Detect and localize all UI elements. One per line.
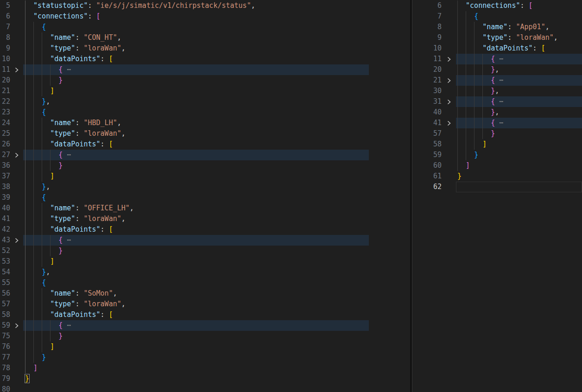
line-content[interactable]: "dataPoints": [ (456, 43, 582, 54)
code-line[interactable]: 11{ ⋯ (412, 54, 582, 64)
code-line[interactable]: 59} (412, 150, 582, 160)
line-content[interactable]: { ⋯ (23, 320, 410, 331)
code-line[interactable]: 21{ ⋯ (412, 75, 582, 86)
line-content[interactable]: "type": "loraWan", (456, 32, 582, 43)
line-content[interactable]: { (456, 11, 582, 22)
code-line[interactable]: 21] (0, 86, 410, 96)
line-content[interactable] (456, 182, 582, 192)
line-content[interactable]: "type": "loraWan", (23, 214, 410, 224)
line-content[interactable]: "type": "loraWan", (23, 43, 410, 54)
fold-chevron-icon[interactable] (445, 77, 453, 84)
code-line[interactable]: 10"dataPoints": [ (412, 43, 582, 54)
fold-chevron-icon[interactable] (445, 98, 453, 106)
code-line[interactable]: 10"dataPoints": [ (0, 54, 410, 64)
fold-chevron-icon[interactable] (445, 120, 453, 127)
line-content[interactable]: "name": "HBD_LH", (23, 118, 410, 128)
line-content[interactable]: }, (456, 107, 582, 118)
fold-chevron-icon[interactable] (445, 56, 453, 63)
line-content[interactable]: { (23, 22, 410, 32)
code-line[interactable]: 5"statustopic": "ie/s/j/simatic/v1/chirp… (0, 0, 410, 11)
fold-chevron-icon[interactable] (13, 322, 20, 329)
code-line[interactable]: 76] (0, 341, 410, 352)
line-content[interactable]: { ⋯ (23, 150, 410, 160)
fold-chevron-icon[interactable] (13, 66, 20, 74)
code-line[interactable]: 27{ ⋯ (0, 150, 410, 160)
code-line[interactable]: 80 (0, 384, 410, 392)
code-line[interactable]: 7{ (412, 11, 582, 22)
fold-chevron-icon[interactable] (13, 237, 20, 244)
line-content[interactable]: } (456, 128, 582, 139)
code-line[interactable]: 56"name": "SoMon", (0, 288, 410, 299)
code-line[interactable]: 62 (412, 182, 582, 192)
line-content[interactable]: }, (456, 64, 582, 75)
code-line[interactable]: 40}, (412, 107, 582, 118)
line-content[interactable]: ] (456, 160, 582, 171)
line-content[interactable]: "name": "OFFICE_LH", (23, 203, 410, 214)
line-content[interactable]: "statustopic": "ie/s/j/simatic/v1/chirps… (23, 0, 410, 11)
code-line[interactable]: 43{ ⋯ (0, 235, 410, 246)
line-content[interactable]: { ⋯ (456, 54, 582, 64)
code-line[interactable]: 58] (412, 139, 582, 150)
code-line[interactable]: 8"name": "App01", (412, 22, 582, 32)
code-line[interactable]: 53] (0, 256, 410, 267)
code-line[interactable]: 57"type": "loraWan", (0, 299, 410, 310)
code-line[interactable]: 20} (0, 75, 410, 86)
line-content[interactable]: ] (456, 139, 582, 150)
editor-pane-right[interactable]: 6"connections": [7{8"name": "App01",9"ty… (412, 0, 582, 392)
line-content[interactable]: "type": "loraWan", (23, 299, 410, 310)
line-content[interactable]: } (456, 171, 582, 182)
code-line[interactable]: 57} (412, 128, 582, 139)
code-line[interactable]: 59{ ⋯ (0, 320, 410, 331)
code-line[interactable]: 23{ (0, 107, 410, 118)
line-content[interactable]: } (456, 150, 582, 160)
line-content[interactable]: ] (23, 256, 410, 267)
line-content[interactable]: ] (23, 171, 410, 182)
line-content[interactable]: } (23, 373, 410, 384)
line-content[interactable]: { ⋯ (456, 96, 582, 107)
code-line[interactable]: 52} (0, 246, 410, 256)
line-content[interactable]: "connections": [ (456, 0, 582, 11)
line-content[interactable]: "name": "CON_HT", (23, 32, 410, 43)
line-content[interactable]: { (23, 192, 410, 203)
code-line[interactable]: 38}, (0, 182, 410, 192)
code-line[interactable]: 41{ ⋯ (412, 118, 582, 128)
code-line[interactable]: 8"name": "CON_HT", (0, 32, 410, 43)
code-line[interactable]: 24"name": "HBD_LH", (0, 118, 410, 128)
line-content[interactable]: } (23, 246, 410, 256)
line-content[interactable]: { ⋯ (456, 75, 582, 86)
code-line[interactable]: 9"type": "loraWan", (0, 43, 410, 54)
line-content[interactable]: "name": "SoMon", (23, 288, 410, 299)
line-content[interactable]: ] (23, 341, 410, 352)
code-line[interactable]: 25"type": "loraWan", (0, 128, 410, 139)
code-line[interactable]: 79} (0, 373, 410, 384)
line-content[interactable]: } (23, 160, 410, 171)
line-content[interactable]: }, (23, 267, 410, 278)
code-line[interactable]: 58"dataPoints": [ (0, 310, 410, 320)
code-line[interactable]: 78] (0, 363, 410, 373)
code-line[interactable]: 11{ ⋯ (0, 64, 410, 75)
line-content[interactable]: "dataPoints": [ (23, 54, 410, 64)
code-line[interactable]: 60] (412, 160, 582, 171)
code-line[interactable]: 30}, (412, 86, 582, 96)
code-line[interactable]: 26"dataPoints": [ (0, 139, 410, 150)
line-content[interactable]: { ⋯ (23, 235, 410, 246)
code-line[interactable]: 36} (0, 160, 410, 171)
line-content[interactable]: } (23, 352, 410, 363)
line-content[interactable]: "dataPoints": [ (23, 310, 410, 320)
code-line[interactable]: 31{ ⋯ (412, 96, 582, 107)
code-line[interactable]: 6"connections": [ (0, 11, 410, 22)
code-line[interactable]: 61} (412, 171, 582, 182)
fold-chevron-icon[interactable] (13, 152, 20, 159)
line-content[interactable]: "connections": [ (23, 11, 410, 22)
code-line[interactable]: 40"name": "OFFICE_LH", (0, 203, 410, 214)
code-line[interactable]: 55{ (0, 278, 410, 288)
line-content[interactable]: "name": "App01", (456, 22, 582, 32)
code-line[interactable]: 39{ (0, 192, 410, 203)
code-line[interactable]: 6"connections": [ (412, 0, 582, 11)
code-line[interactable]: 75} (0, 331, 410, 341)
line-content[interactable]: }, (23, 96, 410, 107)
line-content[interactable]: { (23, 107, 410, 118)
code-line[interactable]: 7{ (0, 22, 410, 32)
code-line[interactable]: 20}, (412, 64, 582, 75)
line-content[interactable]: { ⋯ (23, 64, 410, 75)
